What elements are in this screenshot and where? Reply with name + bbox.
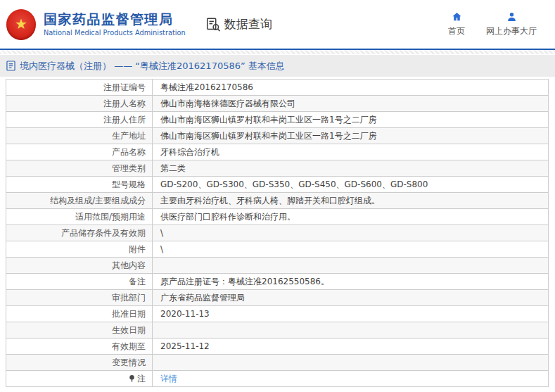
row-value-text: 牙科综合治疗机 <box>160 146 219 158</box>
row-label-text: 生产地址 <box>112 130 146 142</box>
row-value: 详情 <box>152 371 548 386</box>
row-value-text: 粤械注准20162170586 <box>160 82 253 94</box>
row-value-text: 广东省药品监督管理局 <box>160 292 245 304</box>
row-label: 产品名称 <box>6 144 152 160</box>
row-value-text: 2025-11-12 <box>160 341 210 351</box>
table-row: 有效期至 2025-11-12 <box>6 339 548 355</box>
row-label: 变更情况 <box>6 355 152 370</box>
row-value-text: 2020-11-13 <box>160 309 210 319</box>
nav-service-hall[interactable]: 网上办事大厅 <box>486 11 537 37</box>
row-value-text: 供医疗部门口腔科作诊断和治疗用。 <box>160 211 295 223</box>
data-query-label: 数据查询 <box>224 16 272 32</box>
row-value-text: 主要由牙科治疗机、牙科病人椅、脚踏开关和口腔灯组成。 <box>160 195 380 207</box>
row-label: 批准日期 <box>6 306 152 322</box>
row-label: 结构及组成/主要组成成分 <box>6 193 152 208</box>
row-label-text: 其他内容 <box>112 260 146 272</box>
row-label-text: 变更情况 <box>112 357 146 369</box>
row-label-text: 产品名称 <box>112 146 146 158</box>
site-title: 国家药品监督管理局 <box>44 12 186 27</box>
site-subtitle: National Medical Products Administration <box>44 29 186 37</box>
row-label-text: 备注 <box>129 276 146 288</box>
row-label-text: 管理类别 <box>112 163 146 175</box>
row-value: \ <box>152 225 548 241</box>
data-query-nav[interactable]: 数据查询 <box>205 16 272 32</box>
row-label-text: 注册人住所 <box>103 114 146 126</box>
table-row: 备注 原产品注册证号：粤械注准20162550586。 <box>6 274 548 290</box>
national-emblem-icon: ★ <box>6 9 36 40</box>
row-label-text: 产品储存条件及有效期 <box>61 227 146 239</box>
table-row: 型号规格 GD-S200、GD-S300、GD-S350、GD-S450、GD-… <box>6 177 548 193</box>
table-row: 注册证编号 粤械注准20162170586 <box>6 80 548 96</box>
pin-icon <box>129 374 135 383</box>
row-label: 附件 <box>6 241 152 257</box>
table-row: 生产地址 佛山市南海区狮山镇罗村联和丰岗工业区一路1号之二厂房 <box>6 128 548 144</box>
row-label-text: 批准日期 <box>112 308 146 320</box>
info-table: 注册证编号 粤械注准20162170586 注册人名称 佛山市南海格徕德医疗器械… <box>6 79 549 387</box>
detail-link[interactable]: 详情 <box>160 373 177 385</box>
user-icon <box>506 11 518 23</box>
row-value: \ <box>152 241 548 257</box>
table-row: 适用范围/预期用途 供医疗部门口腔科作诊断和治疗用。 <box>6 209 548 225</box>
row-label: 适用范围/预期用途 <box>6 209 152 225</box>
row-label: 注册人名称 <box>6 96 152 111</box>
breadcrumb-text: 境内医疗器械（注册） —— “粤械注准20162170586” 基本信息 <box>20 60 285 72</box>
row-value-text: 第二类 <box>160 163 186 175</box>
row-label: 审批部门 <box>6 290 152 305</box>
home-icon <box>451 11 463 23</box>
row-label-text: 适用范围/预期用途 <box>75 211 146 223</box>
row-value-text: GD-S200、GD-S300、GD-S350、GD-S450、GD-S600、… <box>160 179 428 191</box>
row-label-text: 注册证编号 <box>103 82 146 94</box>
nmpa-logo[interactable]: ★ 国家药品监督管理局 National Medical Products Ad… <box>6 9 186 40</box>
row-value-text: 佛山市南海区狮山镇罗村联和丰岗工业区一路1号之二厂房 <box>160 130 377 142</box>
row-label: 生效日期 <box>6 322 152 338</box>
row-label: 有效期至 <box>6 339 152 354</box>
row-value <box>152 355 548 370</box>
brand-text: 国家药品监督管理局 National Medical Products Admi… <box>44 12 186 37</box>
page: ★ 国家药品监督管理局 National Medical Products Ad… <box>0 0 555 392</box>
row-label: 管理类别 <box>6 160 152 176</box>
row-value-text: 原产品注册证号：粤械注准20162550586。 <box>160 276 329 288</box>
row-label-text: 注册人名称 <box>103 98 146 110</box>
table-row: 注册人名称 佛山市南海格徕德医疗器械有限公司 <box>6 96 548 112</box>
row-value: 供医疗部门口腔科作诊断和治疗用。 <box>152 209 548 225</box>
row-value: 原产品注册证号：粤械注准20162550586。 <box>152 274 548 289</box>
emblem-star-icon: ★ <box>15 17 27 31</box>
row-value: 主要由牙科治疗机、牙科病人椅、脚踏开关和口腔灯组成。 <box>152 193 548 208</box>
row-value: 2025-11-12 <box>152 339 548 354</box>
nav-home[interactable]: 首页 <box>448 11 465 37</box>
row-value: 牙科综合治疗机 <box>152 144 548 160</box>
nav-home-label: 首页 <box>448 25 465 37</box>
table-row: 生效日期 <box>6 322 548 339</box>
row-value: 广东省药品监督管理局 <box>152 290 548 305</box>
breadcrumb: 境内医疗器械（注册） —— “粤械注准20162170586” 基本信息 <box>0 55 555 77</box>
table-row: 变更情况 <box>6 355 548 371</box>
table-row: 注 详情 <box>6 371 548 387</box>
row-value <box>152 258 548 273</box>
row-value-text: \ <box>160 228 163 238</box>
hatch-strip <box>0 50 555 54</box>
table-row: 管理类别 第二类 <box>6 160 548 177</box>
row-value-text: 佛山市南海区狮山镇罗村联和丰岗工业区一路1号之二厂房 <box>160 114 377 126</box>
row-label-text: 附件 <box>129 244 146 255</box>
document-search-icon <box>205 17 221 32</box>
row-label: 注册证编号 <box>6 80 152 95</box>
row-label-text: 结构及组成/主要组成成分 <box>50 195 146 207</box>
row-value: 佛山市南海格徕德医疗器械有限公司 <box>152 96 548 111</box>
row-label-text: 注 <box>137 373 146 385</box>
row-label: 注册人住所 <box>6 112 152 127</box>
table-row: 结构及组成/主要组成成分 主要由牙科治疗机、牙科病人椅、脚踏开关和口腔灯组成。 <box>6 193 548 209</box>
row-value: GD-S200、GD-S300、GD-S350、GD-S450、GD-S600、… <box>152 177 548 192</box>
row-value: 2020-11-13 <box>152 306 548 322</box>
row-value: 佛山市南海区狮山镇罗村联和丰岗工业区一路1号之二厂房 <box>152 112 548 127</box>
row-label-text: 审批部门 <box>112 292 146 304</box>
row-value: 粤械注准20162170586 <box>152 80 548 95</box>
row-label-text: 生效日期 <box>112 324 146 336</box>
table-row: 产品名称 牙科综合治疗机 <box>6 144 548 160</box>
row-label: 其他内容 <box>6 258 152 273</box>
header-nav: 首页 网上办事大厅 <box>448 11 555 37</box>
row-label-text: 有效期至 <box>112 341 146 353</box>
table-row: 批准日期 2020-11-13 <box>6 306 548 322</box>
nav-service-hall-label: 网上办事大厅 <box>486 25 537 37</box>
page-icon <box>6 61 15 71</box>
row-label: 生产地址 <box>6 128 152 144</box>
